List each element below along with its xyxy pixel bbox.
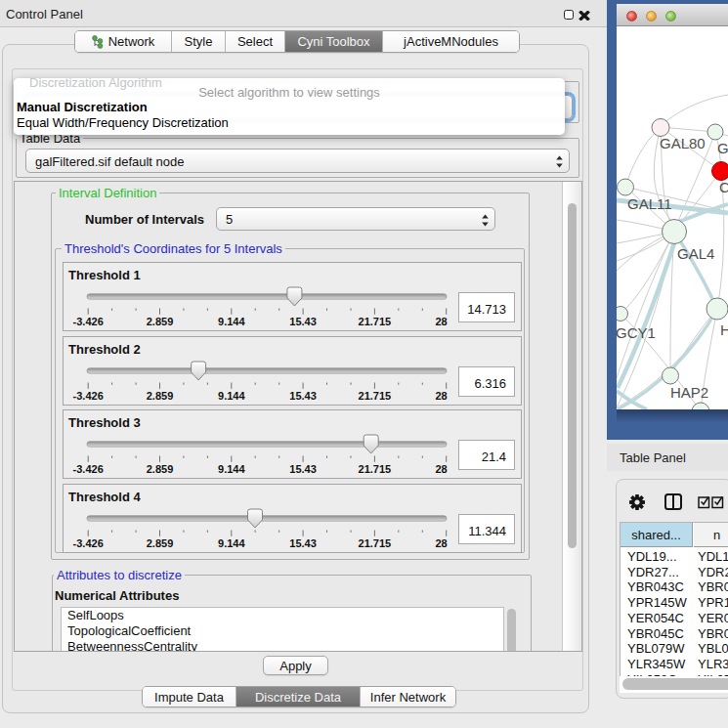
svg-text:9.144: 9.144 xyxy=(218,463,245,475)
svg-text:15.43: 15.43 xyxy=(289,316,317,327)
svg-text:15.43: 15.43 xyxy=(289,463,317,475)
svg-text:GAL4: GAL4 xyxy=(677,245,714,262)
svg-text:28: 28 xyxy=(435,316,447,327)
svg-text:GCY1: GCY1 xyxy=(617,324,656,341)
svg-text:GAL11: GAL11 xyxy=(627,195,672,212)
svg-text:H: H xyxy=(720,321,728,338)
svg-text:-3.426: -3.426 xyxy=(73,316,104,327)
svg-text:-3.426: -3.426 xyxy=(73,390,104,402)
svg-text:21.715: 21.715 xyxy=(359,316,392,327)
svg-text:9.144: 9.144 xyxy=(218,537,245,549)
svg-text:GAL80: GAL80 xyxy=(660,135,706,151)
svg-text:-3.426: -3.426 xyxy=(73,463,104,475)
svg-text:GA: GA xyxy=(717,140,728,156)
svg-text:15.43: 15.43 xyxy=(289,537,317,549)
svg-text:28: 28 xyxy=(435,537,447,549)
svg-text:2.859: 2.859 xyxy=(147,463,174,475)
svg-text:C: C xyxy=(719,179,728,195)
svg-text:9.144: 9.144 xyxy=(218,390,245,402)
svg-text:2.859: 2.859 xyxy=(147,316,174,327)
svg-text:2.859: 2.859 xyxy=(147,390,174,402)
svg-text:28: 28 xyxy=(435,390,447,402)
svg-text:2.859: 2.859 xyxy=(147,537,174,549)
svg-text:21.715: 21.715 xyxy=(359,390,392,402)
svg-text:-3.426: -3.426 xyxy=(73,537,104,549)
svg-text:HAP2: HAP2 xyxy=(670,384,708,401)
svg-text:21.715: 21.715 xyxy=(359,537,392,549)
svg-text:9.144: 9.144 xyxy=(218,316,245,327)
svg-text:21.715: 21.715 xyxy=(359,463,392,475)
svg-text:15.43: 15.43 xyxy=(289,390,317,402)
svg-text:28: 28 xyxy=(435,463,447,475)
